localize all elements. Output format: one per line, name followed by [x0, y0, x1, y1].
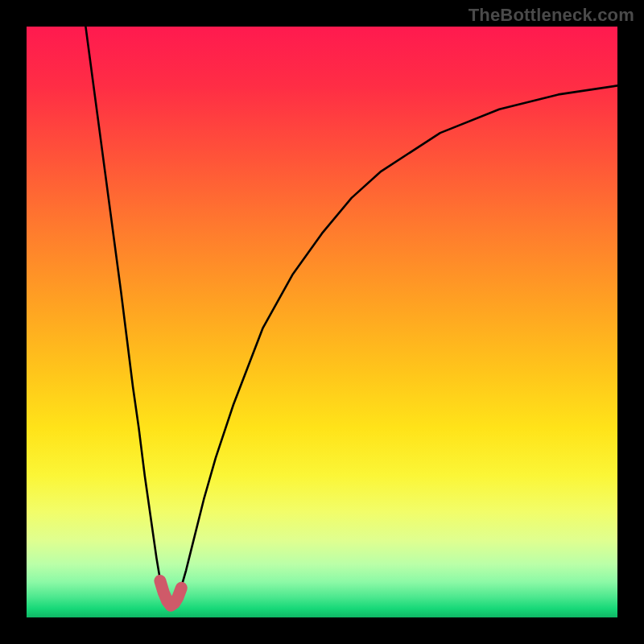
- bottleneck-curve: [85, 27, 617, 605]
- optimal-segment: [160, 580, 181, 605]
- chart-container: TheBottleneck.com: [0, 0, 644, 644]
- plot-area: [27, 27, 617, 617]
- curve-layer: [27, 27, 617, 617]
- watermark-text: TheBottleneck.com: [469, 5, 634, 26]
